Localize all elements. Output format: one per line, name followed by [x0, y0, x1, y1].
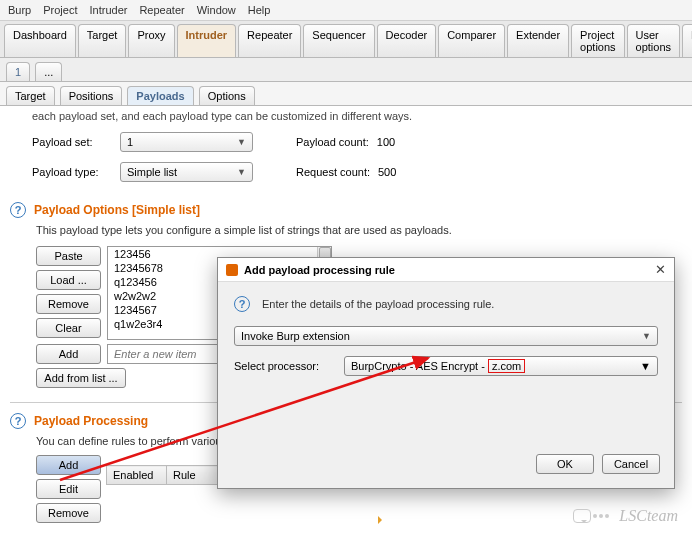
- select-processor-combo[interactable]: BurpCrypto - AES Encrypt - z.com ▼: [344, 356, 658, 376]
- processing-add-button[interactable]: Add: [36, 455, 101, 475]
- menu-repeater[interactable]: Repeater: [139, 4, 184, 16]
- subtab-positions[interactable]: Positions: [60, 86, 123, 105]
- processor-prefix: BurpCrypto - AES Encrypt -: [351, 360, 488, 372]
- request-count-value: 500: [378, 166, 396, 178]
- tab-dashboard[interactable]: Dashboard: [4, 24, 76, 57]
- payload-type-combo[interactable]: Simple list ▼: [120, 162, 253, 182]
- help-icon[interactable]: ?: [10, 413, 26, 429]
- intruder-sub-tab-bar: Target Positions Payloads Options: [0, 82, 692, 106]
- processing-edit-button[interactable]: Edit: [36, 479, 101, 499]
- chevron-down-icon: ▼: [642, 331, 651, 341]
- tab-proxy[interactable]: Proxy: [128, 24, 174, 57]
- dialog-title: Add payload processing rule: [244, 264, 395, 276]
- clear-button[interactable]: Clear: [36, 318, 101, 338]
- menu-burp[interactable]: Burp: [8, 4, 31, 16]
- processing-remove-button[interactable]: Remove: [36, 503, 101, 523]
- payload-type-label: Payload type:: [32, 166, 112, 178]
- payload-processing-title: Payload Processing: [34, 414, 148, 428]
- menu-window[interactable]: Window: [197, 4, 236, 16]
- add-from-list-label: Add from list ...: [44, 372, 117, 384]
- dialog-desc: Enter the details of the payload process…: [262, 298, 494, 310]
- subtab-options[interactable]: Options: [199, 86, 255, 105]
- payload-set-combo[interactable]: 1 ▼: [120, 132, 253, 152]
- add-from-list-button[interactable]: Add from list ...: [36, 368, 126, 388]
- payload-count-value: 100: [377, 136, 395, 148]
- col-enabled[interactable]: Enabled: [107, 466, 167, 485]
- close-icon[interactable]: ✕: [655, 262, 666, 277]
- tab-intruder[interactable]: Intruder: [177, 24, 237, 57]
- payload-count-label: Payload count:: [296, 136, 369, 148]
- payload-options-desc: This payload type lets you configure a s…: [36, 224, 682, 236]
- tab-decoder[interactable]: Decoder: [377, 24, 437, 57]
- main-tab-bar: Dashboard Target Proxy Intruder Repeater…: [0, 21, 692, 58]
- tab-extender[interactable]: Extender: [507, 24, 569, 57]
- subtab-payloads[interactable]: Payloads: [127, 86, 193, 105]
- processor-highlight: z.com: [488, 359, 525, 373]
- intruder-instance-bar: 1 ...: [0, 58, 692, 82]
- payload-type-value: Simple list: [127, 166, 177, 178]
- processor-value: BurpCrypto - AES Encrypt - z.com: [351, 359, 525, 373]
- remove-button[interactable]: Remove: [36, 294, 101, 314]
- help-icon[interactable]: ?: [10, 202, 26, 218]
- tab-user-options[interactable]: User options: [627, 24, 680, 57]
- burp-icon: [226, 264, 238, 276]
- add-processing-rule-dialog: Add payload processing rule ✕ ? Enter th…: [217, 257, 675, 489]
- paste-button[interactable]: Paste: [36, 246, 101, 266]
- help-icon[interactable]: ?: [234, 296, 250, 312]
- tab-sequencer[interactable]: Sequencer: [303, 24, 374, 57]
- tab-target[interactable]: Target: [78, 24, 127, 57]
- select-processor-label: Select processor:: [234, 360, 336, 372]
- menu-project[interactable]: Project: [43, 4, 77, 16]
- chevron-down-icon: ▼: [237, 137, 246, 147]
- menu-intruder[interactable]: Intruder: [90, 4, 128, 16]
- intro-text: each payload set, and each payload type …: [32, 110, 682, 122]
- tab-project-options[interactable]: Project options: [571, 24, 624, 57]
- request-count-label: Request count:: [296, 166, 370, 178]
- subtab-target[interactable]: Target: [6, 86, 55, 105]
- rule-type-value: Invoke Burp extension: [241, 330, 350, 342]
- ok-button[interactable]: OK: [536, 454, 594, 474]
- payload-options-title: Payload Options [Simple list]: [34, 203, 200, 217]
- cancel-button[interactable]: Cancel: [602, 454, 660, 474]
- menu-help[interactable]: Help: [248, 4, 271, 16]
- instance-tab-1[interactable]: 1: [6, 62, 30, 81]
- tab-repeater[interactable]: Repeater: [238, 24, 301, 57]
- add-item-button[interactable]: Add: [36, 344, 101, 364]
- menu-bar: Burp Project Intruder Repeater Window He…: [0, 0, 692, 21]
- tab-comparer[interactable]: Comparer: [438, 24, 505, 57]
- caret-icon: [378, 516, 386, 524]
- chevron-down-icon: ▼: [640, 360, 651, 372]
- chevron-down-icon: ▼: [237, 167, 246, 177]
- payload-set-value: 1: [127, 136, 133, 148]
- tab-burpcrypto[interactable]: BurpCrypto: [682, 24, 692, 57]
- load-button[interactable]: Load ...: [36, 270, 101, 290]
- rule-type-combo[interactable]: Invoke Burp extension ▼: [234, 326, 658, 346]
- instance-tab-new[interactable]: ...: [35, 62, 62, 81]
- payload-set-label: Payload set:: [32, 136, 112, 148]
